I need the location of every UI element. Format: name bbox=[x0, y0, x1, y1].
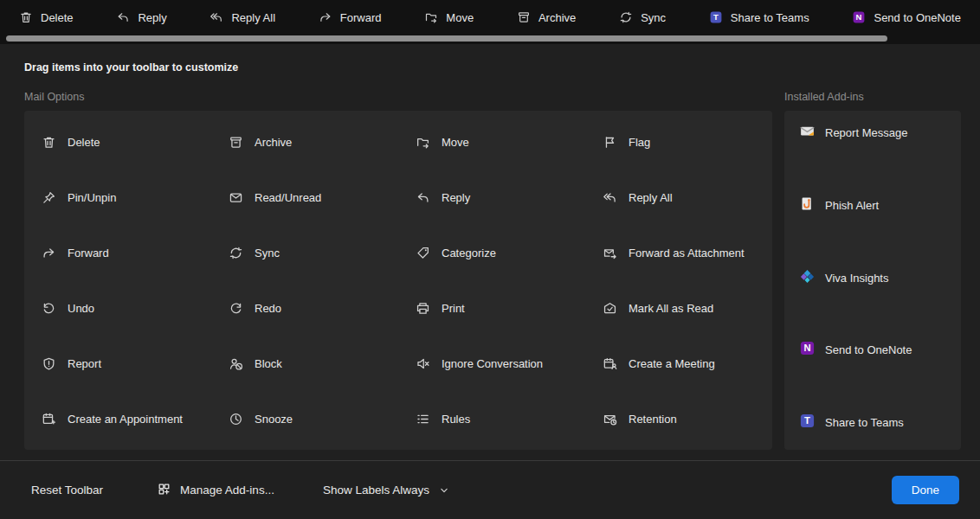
mail-option-label: Mark All as Read bbox=[629, 302, 713, 315]
mail-option-item[interactable]: Sync bbox=[211, 225, 398, 280]
mail-option-label: Sync bbox=[255, 247, 280, 260]
mail-option-item[interactable]: Undo bbox=[24, 280, 211, 336]
mail-option-item[interactable]: Ignore Conversation bbox=[398, 336, 585, 391]
mail-option-item[interactable]: Report bbox=[24, 336, 211, 391]
toolbar-item[interactable]: Send to OneNote bbox=[852, 10, 960, 24]
mail-option-item[interactable]: Forward as Attachment bbox=[585, 225, 772, 280]
mail-option-item[interactable]: Print bbox=[398, 280, 585, 336]
addin-reportmsg-icon bbox=[799, 123, 816, 143]
mail-option-item[interactable]: Rules bbox=[398, 391, 585, 446]
trash-icon bbox=[42, 135, 56, 150]
addin-label: Report Message bbox=[825, 126, 907, 139]
move-icon bbox=[424, 10, 438, 24]
mail-option-label: Pin/Unpin bbox=[68, 191, 116, 204]
addin-item[interactable]: Phish Alert bbox=[784, 195, 961, 215]
mail-option-item[interactable]: Redo bbox=[211, 280, 398, 336]
mail-option-item[interactable]: Reply bbox=[398, 170, 585, 225]
pin-icon bbox=[42, 190, 56, 205]
mail-option-item[interactable]: Create a Meeting bbox=[585, 336, 772, 391]
snooze-icon bbox=[229, 412, 243, 426]
mail-option-item[interactable]: Reply All bbox=[585, 170, 772, 225]
addin-label: Share to Teams bbox=[825, 416, 904, 429]
teams-icon bbox=[799, 413, 816, 432]
toolbar-customization-dialog: Delete Reply Reply All Forward Move bbox=[0, 0, 980, 519]
toolbar-item-label: Reply All bbox=[231, 11, 275, 24]
undo-icon bbox=[42, 301, 56, 316]
move-icon bbox=[416, 135, 430, 150]
mail-option-label: Reply bbox=[442, 191, 470, 204]
manage-addins-button[interactable]: Manage Add-ins... bbox=[157, 482, 274, 499]
mail-option-label: Delete bbox=[68, 136, 100, 149]
addins-list: Report Message Phish Alert Viva Insights bbox=[784, 111, 961, 450]
toolbar-item[interactable]: Reply All bbox=[210, 10, 275, 24]
mail-option-item[interactable]: Archive bbox=[211, 114, 398, 170]
sync-icon bbox=[619, 10, 633, 24]
forward-icon bbox=[42, 246, 56, 260]
addin-item[interactable]: Report Message bbox=[784, 123, 961, 143]
retention-icon bbox=[603, 412, 617, 426]
mail-option-label: Redo bbox=[255, 302, 281, 315]
toolbar-item[interactable]: Delete bbox=[19, 10, 74, 24]
mail-options-grid: Delete Archive Move bbox=[24, 111, 772, 450]
mail-option-item[interactable]: Mark All as Read bbox=[585, 280, 772, 336]
teams-icon bbox=[709, 10, 723, 24]
readunread-icon bbox=[229, 190, 243, 205]
mail-option-label: Rules bbox=[442, 413, 470, 426]
archive-icon bbox=[517, 10, 531, 24]
mail-option-item[interactable]: Move bbox=[398, 114, 585, 170]
onenote-icon bbox=[799, 340, 816, 360]
show-labels-dropdown[interactable]: Show Labels Always bbox=[323, 484, 450, 497]
reply-icon bbox=[416, 190, 430, 205]
horizontal-scrollbar bbox=[0, 35, 980, 44]
mail-option-label: Create a Meeting bbox=[629, 357, 715, 370]
toolbar-item[interactable]: Archive bbox=[517, 10, 576, 24]
mail-option-label: Categorize bbox=[442, 247, 496, 260]
ignore-icon bbox=[416, 356, 430, 371]
mail-option-label: Print bbox=[442, 302, 465, 315]
mail-option-label: Reply All bbox=[629, 191, 673, 204]
mail-option-label: Archive bbox=[255, 136, 292, 149]
mail-option-label: Forward bbox=[68, 247, 109, 260]
toolbar-item[interactable]: Forward bbox=[319, 10, 382, 24]
onenote-icon bbox=[852, 10, 866, 24]
mail-option-item[interactable]: Snooze bbox=[211, 391, 398, 446]
redo-icon bbox=[229, 301, 243, 316]
reset-toolbar-button[interactable]: Reset Toolbar bbox=[31, 484, 103, 497]
mail-option-item[interactable]: Forward bbox=[24, 225, 211, 280]
toolbar-item[interactable]: Sync bbox=[619, 10, 666, 24]
reply-icon bbox=[116, 10, 130, 24]
done-button[interactable]: Done bbox=[892, 476, 959, 504]
flag-icon bbox=[603, 135, 617, 150]
addin-label: Phish Alert bbox=[825, 199, 879, 212]
chevron-down-icon bbox=[438, 484, 450, 497]
horizontal-scrollbar-thumb[interactable] bbox=[6, 35, 887, 42]
mail-option-item[interactable]: Create an Appointment bbox=[24, 391, 211, 446]
mail-option-item[interactable]: Retention bbox=[585, 391, 772, 446]
toolbar-item[interactable]: Move bbox=[424, 10, 474, 24]
mail-options-title: Mail Options bbox=[24, 91, 772, 103]
mail-option-label: Report bbox=[68, 357, 101, 370]
toolbar-item-label: Forward bbox=[340, 11, 382, 24]
mail-option-item[interactable]: Block bbox=[211, 336, 398, 391]
report-icon bbox=[42, 356, 56, 371]
print-icon bbox=[416, 301, 430, 316]
addin-item[interactable]: Viva Insights bbox=[784, 268, 961, 288]
addin-item[interactable]: Send to OneNote bbox=[784, 340, 961, 360]
mail-option-item[interactable]: Pin/Unpin bbox=[24, 170, 211, 225]
mail-option-item[interactable]: Read/Unread bbox=[211, 170, 398, 225]
rules-icon bbox=[416, 412, 430, 426]
reply-all-icon bbox=[603, 190, 617, 205]
toolbar: Delete Reply Reply All Forward Move bbox=[0, 0, 980, 35]
manage-addins-label: Manage Add-ins... bbox=[180, 484, 274, 497]
mail-option-label: Create an Appointment bbox=[68, 413, 183, 426]
addin-phish-icon bbox=[799, 195, 816, 215]
mail-option-label: Block bbox=[255, 357, 282, 370]
fwd-attach-icon bbox=[603, 246, 617, 260]
categorize-icon bbox=[416, 246, 430, 260]
mail-option-item[interactable]: Flag bbox=[585, 114, 772, 170]
toolbar-item[interactable]: Reply bbox=[116, 10, 166, 24]
toolbar-item[interactable]: Share to Teams bbox=[709, 10, 809, 24]
mail-option-item[interactable]: Delete bbox=[24, 114, 211, 170]
mail-option-item[interactable]: Categorize bbox=[398, 225, 585, 280]
addin-item[interactable]: Share to Teams bbox=[784, 413, 961, 432]
